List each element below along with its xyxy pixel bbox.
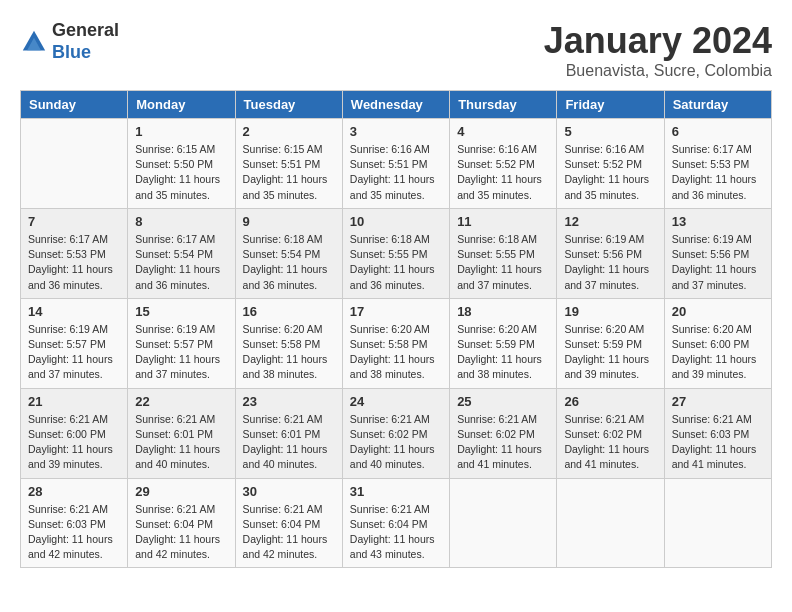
col-monday: Monday <box>128 91 235 119</box>
cell-w4-d0: 21Sunrise: 6:21 AM Sunset: 6:00 PM Dayli… <box>21 388 128 478</box>
week-row-3: 14Sunrise: 6:19 AM Sunset: 5:57 PM Dayli… <box>21 298 772 388</box>
day-number: 13 <box>672 214 764 229</box>
day-number: 21 <box>28 394 120 409</box>
day-info: Sunrise: 6:16 AM Sunset: 5:52 PM Dayligh… <box>457 142 549 203</box>
col-wednesday: Wednesday <box>342 91 449 119</box>
day-number: 3 <box>350 124 442 139</box>
day-info: Sunrise: 6:17 AM Sunset: 5:54 PM Dayligh… <box>135 232 227 293</box>
day-info: Sunrise: 6:15 AM Sunset: 5:51 PM Dayligh… <box>243 142 335 203</box>
cell-w1-d0 <box>21 119 128 209</box>
day-info: Sunrise: 6:21 AM Sunset: 6:04 PM Dayligh… <box>135 502 227 563</box>
cell-w3-d2: 16Sunrise: 6:20 AM Sunset: 5:58 PM Dayli… <box>235 298 342 388</box>
col-thursday: Thursday <box>450 91 557 119</box>
day-number: 27 <box>672 394 764 409</box>
week-row-5: 28Sunrise: 6:21 AM Sunset: 6:03 PM Dayli… <box>21 478 772 568</box>
day-number: 10 <box>350 214 442 229</box>
day-info: Sunrise: 6:21 AM Sunset: 6:02 PM Dayligh… <box>564 412 656 473</box>
day-info: Sunrise: 6:20 AM Sunset: 5:58 PM Dayligh… <box>350 322 442 383</box>
day-number: 12 <box>564 214 656 229</box>
cell-w1-d6: 6Sunrise: 6:17 AM Sunset: 5:53 PM Daylig… <box>664 119 771 209</box>
day-info: Sunrise: 6:19 AM Sunset: 5:57 PM Dayligh… <box>135 322 227 383</box>
title-block: January 2024 Buenavista, Sucre, Colombia <box>544 20 772 80</box>
day-info: Sunrise: 6:21 AM Sunset: 6:04 PM Dayligh… <box>243 502 335 563</box>
week-row-1: 1Sunrise: 6:15 AM Sunset: 5:50 PM Daylig… <box>21 119 772 209</box>
day-info: Sunrise: 6:19 AM Sunset: 5:56 PM Dayligh… <box>564 232 656 293</box>
day-info: Sunrise: 6:18 AM Sunset: 5:54 PM Dayligh… <box>243 232 335 293</box>
cell-w2-d5: 12Sunrise: 6:19 AM Sunset: 5:56 PM Dayli… <box>557 208 664 298</box>
cell-w5-d5 <box>557 478 664 568</box>
day-number: 16 <box>243 304 335 319</box>
col-saturday: Saturday <box>664 91 771 119</box>
col-tuesday: Tuesday <box>235 91 342 119</box>
cell-w5-d3: 31Sunrise: 6:21 AM Sunset: 6:04 PM Dayli… <box>342 478 449 568</box>
day-number: 11 <box>457 214 549 229</box>
cell-w2-d6: 13Sunrise: 6:19 AM Sunset: 5:56 PM Dayli… <box>664 208 771 298</box>
day-number: 24 <box>350 394 442 409</box>
cell-w2-d2: 9Sunrise: 6:18 AM Sunset: 5:54 PM Daylig… <box>235 208 342 298</box>
day-info: Sunrise: 6:21 AM Sunset: 6:04 PM Dayligh… <box>350 502 442 563</box>
day-number: 15 <box>135 304 227 319</box>
cell-w3-d3: 17Sunrise: 6:20 AM Sunset: 5:58 PM Dayli… <box>342 298 449 388</box>
col-sunday: Sunday <box>21 91 128 119</box>
day-info: Sunrise: 6:21 AM Sunset: 6:01 PM Dayligh… <box>243 412 335 473</box>
day-info: Sunrise: 6:21 AM Sunset: 6:03 PM Dayligh… <box>672 412 764 473</box>
day-info: Sunrise: 6:21 AM Sunset: 6:02 PM Dayligh… <box>457 412 549 473</box>
day-number: 20 <box>672 304 764 319</box>
day-number: 26 <box>564 394 656 409</box>
cell-w3-d1: 15Sunrise: 6:19 AM Sunset: 5:57 PM Dayli… <box>128 298 235 388</box>
cell-w2-d3: 10Sunrise: 6:18 AM Sunset: 5:55 PM Dayli… <box>342 208 449 298</box>
day-number: 8 <box>135 214 227 229</box>
cell-w1-d2: 2Sunrise: 6:15 AM Sunset: 5:51 PM Daylig… <box>235 119 342 209</box>
cell-w5-d6 <box>664 478 771 568</box>
header-row: Sunday Monday Tuesday Wednesday Thursday… <box>21 91 772 119</box>
day-number: 23 <box>243 394 335 409</box>
day-info: Sunrise: 6:18 AM Sunset: 5:55 PM Dayligh… <box>350 232 442 293</box>
day-number: 6 <box>672 124 764 139</box>
week-row-2: 7Sunrise: 6:17 AM Sunset: 5:53 PM Daylig… <box>21 208 772 298</box>
day-number: 25 <box>457 394 549 409</box>
cell-w4-d4: 25Sunrise: 6:21 AM Sunset: 6:02 PM Dayli… <box>450 388 557 478</box>
day-number: 28 <box>28 484 120 499</box>
day-info: Sunrise: 6:20 AM Sunset: 5:59 PM Dayligh… <box>457 322 549 383</box>
day-info: Sunrise: 6:19 AM Sunset: 5:57 PM Dayligh… <box>28 322 120 383</box>
logo-icon <box>20 28 48 56</box>
cell-w5-d1: 29Sunrise: 6:21 AM Sunset: 6:04 PM Dayli… <box>128 478 235 568</box>
day-number: 7 <box>28 214 120 229</box>
day-number: 2 <box>243 124 335 139</box>
day-info: Sunrise: 6:21 AM Sunset: 6:02 PM Dayligh… <box>350 412 442 473</box>
month-title: January 2024 <box>544 20 772 62</box>
day-number: 9 <box>243 214 335 229</box>
day-info: Sunrise: 6:20 AM Sunset: 5:59 PM Dayligh… <box>564 322 656 383</box>
day-number: 22 <box>135 394 227 409</box>
day-info: Sunrise: 6:17 AM Sunset: 5:53 PM Dayligh… <box>28 232 120 293</box>
cell-w4-d3: 24Sunrise: 6:21 AM Sunset: 6:02 PM Dayli… <box>342 388 449 478</box>
day-info: Sunrise: 6:20 AM Sunset: 5:58 PM Dayligh… <box>243 322 335 383</box>
logo: General Blue <box>20 20 119 63</box>
day-info: Sunrise: 6:21 AM Sunset: 6:01 PM Dayligh… <box>135 412 227 473</box>
day-info: Sunrise: 6:21 AM Sunset: 6:00 PM Dayligh… <box>28 412 120 473</box>
cell-w5-d2: 30Sunrise: 6:21 AM Sunset: 6:04 PM Dayli… <box>235 478 342 568</box>
calendar-header: Sunday Monday Tuesday Wednesday Thursday… <box>21 91 772 119</box>
cell-w5-d0: 28Sunrise: 6:21 AM Sunset: 6:03 PM Dayli… <box>21 478 128 568</box>
day-info: Sunrise: 6:17 AM Sunset: 5:53 PM Dayligh… <box>672 142 764 203</box>
cell-w3-d0: 14Sunrise: 6:19 AM Sunset: 5:57 PM Dayli… <box>21 298 128 388</box>
logo-text: General Blue <box>52 20 119 63</box>
calendar-table: Sunday Monday Tuesday Wednesday Thursday… <box>20 90 772 568</box>
logo-blue-text: Blue <box>52 42 119 64</box>
day-info: Sunrise: 6:16 AM Sunset: 5:51 PM Dayligh… <box>350 142 442 203</box>
calendar-body: 1Sunrise: 6:15 AM Sunset: 5:50 PM Daylig… <box>21 119 772 568</box>
cell-w2-d0: 7Sunrise: 6:17 AM Sunset: 5:53 PM Daylig… <box>21 208 128 298</box>
location-subtitle: Buenavista, Sucre, Colombia <box>544 62 772 80</box>
cell-w3-d6: 20Sunrise: 6:20 AM Sunset: 6:00 PM Dayli… <box>664 298 771 388</box>
week-row-4: 21Sunrise: 6:21 AM Sunset: 6:00 PM Dayli… <box>21 388 772 478</box>
cell-w1-d1: 1Sunrise: 6:15 AM Sunset: 5:50 PM Daylig… <box>128 119 235 209</box>
cell-w1-d3: 3Sunrise: 6:16 AM Sunset: 5:51 PM Daylig… <box>342 119 449 209</box>
day-info: Sunrise: 6:19 AM Sunset: 5:56 PM Dayligh… <box>672 232 764 293</box>
cell-w1-d4: 4Sunrise: 6:16 AM Sunset: 5:52 PM Daylig… <box>450 119 557 209</box>
logo-general-text: General <box>52 20 119 42</box>
cell-w3-d5: 19Sunrise: 6:20 AM Sunset: 5:59 PM Dayli… <box>557 298 664 388</box>
day-number: 14 <box>28 304 120 319</box>
cell-w2-d1: 8Sunrise: 6:17 AM Sunset: 5:54 PM Daylig… <box>128 208 235 298</box>
col-friday: Friday <box>557 91 664 119</box>
day-info: Sunrise: 6:20 AM Sunset: 6:00 PM Dayligh… <box>672 322 764 383</box>
